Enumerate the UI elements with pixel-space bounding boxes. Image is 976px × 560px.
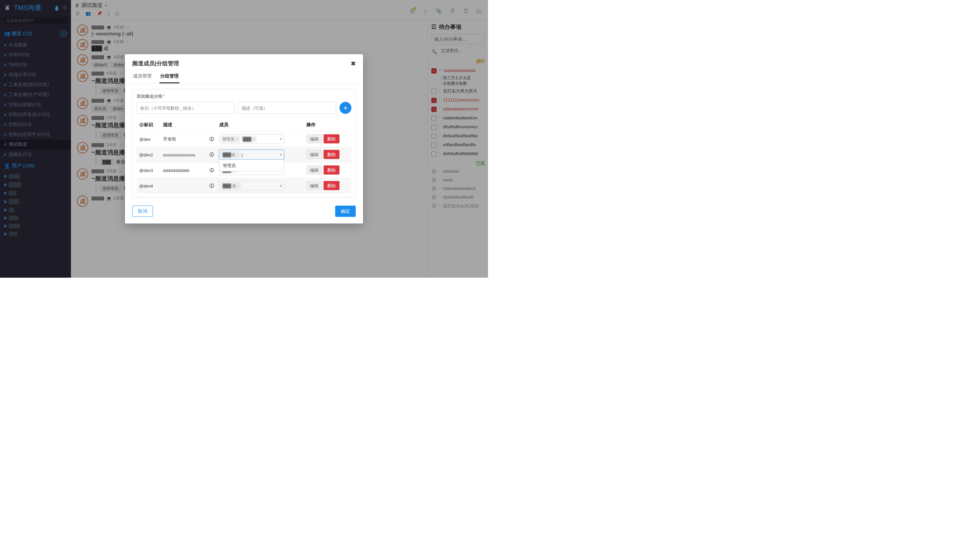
member-dropdown[interactable]: 管理员: [219, 160, 284, 172]
edit-button[interactable]: 编辑: [306, 181, 322, 190]
table-row: @dev2 sssssssssssssss ⓘ ███成× | ▾ 管理员 编辑…: [137, 147, 351, 162]
member-select[interactable]: 管理员× ███× ▾: [219, 134, 284, 144]
group-id: @dev: [137, 131, 160, 147]
cancel-button[interactable]: 取消: [132, 206, 153, 217]
th-members: 成员: [217, 118, 304, 132]
delete-button[interactable]: 删除: [324, 150, 339, 159]
info-icon[interactable]: ⓘ: [207, 162, 217, 178]
edit-button[interactable]: 编辑: [306, 166, 322, 175]
add-group-label: 添加频道分组: [137, 94, 162, 99]
delete-button[interactable]: 删除: [324, 135, 339, 143]
edit-button[interactable]: 编辑: [306, 135, 322, 143]
remove-chip-icon[interactable]: ×: [253, 137, 255, 142]
member-chip: ███×: [241, 136, 257, 142]
member-chip: ███成×: [221, 151, 240, 158]
group-table: @标识 描述 成员 操作 @dev 开发组 ⓘ 管理员× ███×: [137, 118, 351, 193]
remove-chip-icon[interactable]: ×: [236, 152, 239, 157]
add-group-box: 添加频道分组* + @标识 描述 成员 操作 @dev 开发组: [132, 89, 356, 198]
member-select[interactable]: ███成× | ▾ 管理员: [219, 150, 284, 160]
tab-member[interactable]: 成员管理: [132, 71, 152, 83]
confirm-button[interactable]: 确定: [335, 206, 356, 217]
group-id: @dev2: [137, 147, 160, 162]
tab-group[interactable]: 分组管理: [160, 71, 179, 83]
table-row: @dev4 ⓘ ███ 成× ▾ 编辑 删除: [137, 178, 351, 193]
member-chip: 管理员×: [221, 135, 240, 142]
edit-button[interactable]: 编辑: [306, 150, 322, 159]
chevron-down-icon[interactable]: ▾: [280, 137, 282, 141]
remove-chip-icon[interactable]: ×: [237, 183, 240, 188]
group-desc: ddddddddddd: [160, 162, 207, 178]
group-id: @dev3: [137, 162, 160, 178]
chevron-down-icon[interactable]: ▾: [280, 184, 282, 188]
delete-button[interactable]: 删除: [324, 181, 339, 190]
add-group-button[interactable]: +: [339, 102, 351, 114]
th-actions: 操作: [304, 118, 351, 132]
info-icon[interactable]: ⓘ: [207, 147, 217, 162]
th-desc: 描述: [160, 118, 207, 132]
group-id: @dev4: [137, 178, 160, 193]
group-id-input[interactable]: [137, 102, 235, 114]
member-chip: ███ 成×: [221, 182, 241, 189]
th-id: @标识: [137, 118, 160, 132]
table-row: @dev 开发组 ⓘ 管理员× ███× ▾ 编辑 删除: [137, 131, 351, 147]
remove-chip-icon[interactable]: ×: [236, 137, 238, 142]
info-icon[interactable]: ⓘ: [207, 178, 217, 193]
member-select[interactable]: ███ 成× ▾: [219, 181, 284, 191]
group-desc: sssssssssssssss: [160, 147, 207, 162]
modal-title: 频道成员|分组管理: [132, 60, 179, 67]
group-manage-modal: 频道成员|分组管理 ✖ 成员管理 分组管理 添加频道分组* + @标识 描述 成…: [125, 54, 363, 224]
chevron-down-icon[interactable]: ▾: [280, 153, 282, 157]
group-desc: 开发组: [160, 131, 207, 147]
delete-button[interactable]: 删除: [324, 166, 339, 175]
close-icon[interactable]: ✖: [351, 60, 356, 67]
info-icon[interactable]: ⓘ: [207, 131, 217, 147]
group-desc-input[interactable]: [238, 102, 336, 114]
group-desc: [160, 178, 207, 193]
